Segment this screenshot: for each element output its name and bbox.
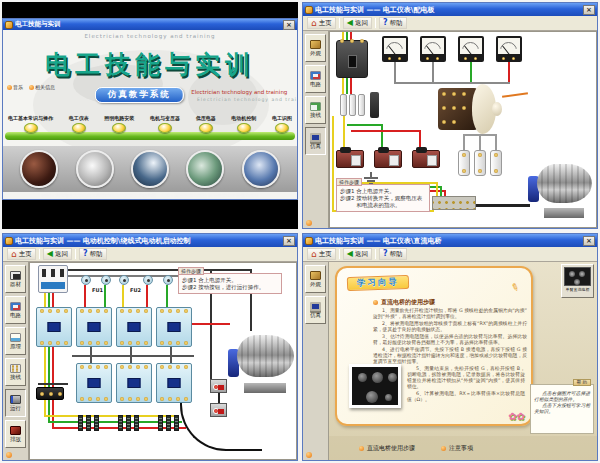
sidebar-item-circuit[interactable]: 电路 bbox=[305, 65, 326, 93]
menu-oval-button[interactable] bbox=[112, 123, 126, 133]
menu-item-motor-control[interactable]: 电动机控制 bbox=[231, 115, 256, 133]
back-button[interactable]: ◀返回 bbox=[343, 17, 372, 29]
menu-oval-button[interactable] bbox=[199, 123, 213, 133]
menu-oval-button[interactable] bbox=[237, 123, 251, 133]
terminal bbox=[360, 39, 364, 43]
photo-tool[interactable] bbox=[131, 150, 169, 188]
resistor-coil bbox=[166, 415, 171, 431]
contactor[interactable] bbox=[76, 307, 112, 347]
wire bbox=[350, 78, 352, 94]
help-label: 帮助 bbox=[390, 19, 403, 28]
photo-motor[interactable] bbox=[186, 150, 224, 188]
link-usage-steps[interactable]: 直流电桥使用步骤 bbox=[359, 444, 415, 453]
menu-oval-button[interactable] bbox=[72, 123, 86, 133]
contactor[interactable] bbox=[36, 307, 72, 347]
info-label: 相关信息 bbox=[35, 84, 55, 90]
sidebar-label: 接线 bbox=[310, 112, 321, 119]
titlebar[interactable]: 电工技能与实训 —— 电动机控制\绕线式电动机启动控制 × bbox=[3, 234, 297, 247]
titlebar[interactable]: 电工技能与实训 × bbox=[3, 19, 297, 30]
menu-item-lighting[interactable]: 照明电路安装 bbox=[104, 115, 134, 133]
home-button[interactable]: ⌂主页 bbox=[7, 248, 36, 260]
circuit-breaker[interactable] bbox=[38, 265, 68, 293]
contactor[interactable] bbox=[156, 363, 192, 403]
photo-components[interactable] bbox=[242, 150, 280, 188]
photo-meter[interactable] bbox=[76, 150, 114, 188]
fuse[interactable] bbox=[81, 275, 91, 285]
music-toggle[interactable]: 音乐 bbox=[7, 84, 23, 90]
sidebar-item-circuit[interactable]: 电路 bbox=[5, 296, 26, 324]
close-icon[interactable]: × bbox=[283, 236, 295, 246]
fuse[interactable] bbox=[101, 275, 111, 285]
menu-item-basics[interactable]: 电工基本常识与操作 bbox=[8, 115, 53, 133]
menu-item-motors-transformers[interactable]: 电机与变压器 bbox=[150, 115, 180, 133]
rotary-switch[interactable] bbox=[438, 84, 502, 134]
photo-wires[interactable] bbox=[20, 150, 58, 188]
sidebar-label: 仿真 bbox=[310, 312, 321, 319]
fuse[interactable] bbox=[119, 275, 129, 285]
close-icon[interactable]: × bbox=[583, 236, 595, 246]
menu-item-instruments[interactable]: 电工仪表 bbox=[69, 115, 89, 133]
back-button[interactable]: ◀返回 bbox=[343, 248, 372, 260]
contactor[interactable] bbox=[116, 307, 152, 347]
pushbutton-station[interactable] bbox=[210, 379, 227, 393]
thumbnail-label: 单臂直流电桥 bbox=[564, 287, 591, 292]
home-button[interactable]: ⌂主页 bbox=[307, 17, 336, 29]
music-icon[interactable] bbox=[6, 452, 12, 458]
menu-oval-button[interactable] bbox=[24, 123, 38, 133]
music-icon[interactable] bbox=[306, 220, 312, 226]
contactor[interactable] bbox=[156, 307, 192, 347]
device-thumbnail[interactable]: 单臂直流电桥 bbox=[561, 264, 594, 298]
fuse[interactable] bbox=[143, 275, 153, 285]
guide-paragraph: 6、计算被测电阻。RX＝比率臂倍率×比较臂总阻值（Ω）。 bbox=[407, 391, 525, 403]
help-button[interactable]: ?帮助 bbox=[379, 17, 407, 29]
fuse[interactable] bbox=[349, 94, 356, 116]
sidebar-item-principle[interactable]: 原理 bbox=[5, 327, 26, 355]
fuse-dark[interactable] bbox=[370, 92, 379, 118]
contactor-coil bbox=[168, 322, 181, 332]
menu-oval-button[interactable] bbox=[158, 123, 172, 133]
toolbar-separator bbox=[75, 249, 76, 259]
contactor-coil bbox=[88, 322, 101, 332]
sidebar-item-wiring[interactable]: 接线 bbox=[5, 358, 26, 386]
titlebar[interactable]: 电工技能与实训 —— 电工仪表\直流电桥 × bbox=[303, 234, 597, 247]
titlebar[interactable]: 电工技能与实训 —— 电工仪表\配电板 × bbox=[303, 3, 597, 16]
back-button[interactable]: ◀返回 bbox=[43, 248, 72, 260]
menu-item-drawings[interactable]: 电工识图 bbox=[272, 115, 292, 133]
home-button[interactable]: ⌂主页 bbox=[307, 248, 336, 260]
fuse-holder[interactable] bbox=[458, 150, 470, 176]
sidebar-item-wiring[interactable]: 接线 bbox=[305, 96, 326, 124]
menu-item-lowvoltage[interactable]: 低压电器 bbox=[196, 115, 216, 133]
circuit-breaker[interactable] bbox=[336, 40, 368, 78]
fuse[interactable] bbox=[340, 94, 347, 116]
sidebar-item-equipment[interactable]: 器材 bbox=[5, 265, 26, 293]
sidebar-item-appearance[interactable]: 外观 bbox=[305, 34, 326, 62]
music-icon[interactable] bbox=[306, 452, 312, 458]
help-button[interactable]: ?帮助 bbox=[79, 248, 107, 260]
sidebar-item-appearance[interactable]: 外观 bbox=[305, 265, 326, 293]
thermal-relay[interactable] bbox=[36, 387, 64, 400]
help-button[interactable]: ?帮助 bbox=[379, 248, 407, 260]
menu-label: 照明电路安装 bbox=[104, 115, 134, 121]
close-icon[interactable]: × bbox=[583, 5, 595, 15]
sidebar-item-simulation[interactable]: 仿真 bbox=[305, 127, 326, 155]
link-precautions[interactable]: 注意事项 bbox=[441, 444, 473, 453]
sidebar-item-run[interactable]: 运行 bbox=[5, 389, 26, 417]
fuse[interactable] bbox=[163, 275, 173, 285]
fuse-holder[interactable] bbox=[474, 150, 486, 176]
close-icon[interactable]: × bbox=[283, 20, 295, 30]
wire bbox=[463, 136, 465, 150]
sidebar-item-troubleshoot[interactable]: 排故 bbox=[5, 420, 26, 448]
sidebar-item-simulation[interactable]: 仿真 bbox=[305, 296, 326, 324]
info-toggle[interactable]: 相关信息 bbox=[29, 84, 55, 90]
wire bbox=[104, 285, 106, 307]
wire bbox=[343, 116, 345, 150]
menu-oval-button[interactable] bbox=[275, 123, 289, 133]
pushbutton-station[interactable] bbox=[210, 403, 227, 417]
contactor[interactable] bbox=[116, 363, 152, 403]
fuse-holder[interactable] bbox=[490, 150, 502, 176]
breaker-handle[interactable] bbox=[348, 55, 357, 68]
fuse[interactable] bbox=[358, 94, 365, 116]
guide-paragraph: 1、测量前先打开检流计锁扣，即将 G 接线柱处的金属铜片由“内接”旋到“外接”，… bbox=[373, 308, 527, 320]
contactor[interactable] bbox=[76, 363, 112, 403]
wire bbox=[146, 285, 148, 307]
